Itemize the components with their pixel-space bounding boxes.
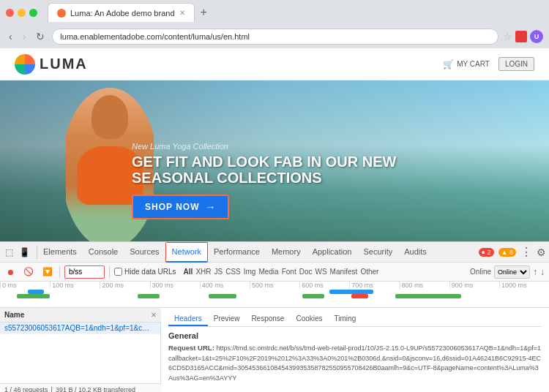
record-button[interactable]: ⏺ [4,267,17,277]
network-list: s55723006053617AQB=1&ndh=1&pf=1&cali... [0,323,161,383]
profile-icon[interactable]: U [530,30,543,43]
cart-label: MY CART [457,60,490,68]
request-details-panel: Headers Preview Response Cookies Timing … [161,308,549,392]
more-options-button[interactable]: ⋮ [520,245,532,259]
request-count: 1 / 46 requests [4,386,48,392]
minimize-dot[interactable] [18,9,26,17]
hide-data-urls-checkbox[interactable] [114,268,122,276]
shop-now-label: SHOP NOW [145,202,199,212]
tab-preview[interactable]: Preview [208,312,246,326]
devtools-filter-bar: ⏺ 🚫 🔽 Hide data URLs All XHR JS CSS Img … [0,263,549,282]
inspect-icon[interactable]: ⬚ [3,246,15,259]
tick-800: 800 ms [400,282,449,289]
settings-icon[interactable]: ⚙ [537,246,546,258]
browser-chrome: Luma: An Adobe demo brand ✕ + ‹ › ↻ ☆ U [0,0,549,48]
login-button[interactable]: LOGIN [498,57,534,71]
title-bar: Luma: An Adobe demo brand ✕ + [0,0,549,25]
window-controls [6,9,37,17]
header-actions: 🛒 MY CART LOGIN [443,57,534,71]
general-section: General Request URL: https://tmd.sc.omtr… [168,331,542,382]
request-url-value: https://tmd.sc.omtrdc.net/b/ss/tmd-web-r… [168,344,541,382]
timeline-bar-5 [302,294,324,298]
timeline-bar-4 [209,294,236,298]
tick-0: 0 ms [0,282,50,289]
tick-400: 400 ms [200,282,250,289]
tick-300: 300 ms [150,282,200,289]
tab-performance[interactable]: Performance [208,242,266,263]
tab-response[interactable]: Response [245,312,290,326]
tab-timing[interactable]: Timing [329,312,362,326]
tab-sources[interactable]: Sources [124,242,165,263]
import-icon[interactable]: ↑ [533,267,537,277]
tab-close-button[interactable]: ✕ [179,9,185,17]
export-icon[interactable]: ↓ [540,267,545,277]
tab-audits[interactable]: Audits [398,242,433,263]
network-search-input[interactable] [64,265,105,279]
request-url-label: Request URL: [168,344,214,352]
devtools-toolbar: ⬚ 📱 Elements Console Sources Network Per… [0,242,549,263]
throttle-select[interactable]: Online [494,265,530,279]
warning-badge: ▲ 8 [498,248,516,257]
tab-application[interactable]: Application [307,242,358,263]
timeline-bar-1 [17,294,50,298]
tab-memory[interactable]: Memory [266,242,307,263]
network-list-wrapper: Name ✕ s55723006053617AQB=1&ndh=1&pf=1&c… [0,308,161,392]
filter-separator [59,266,60,278]
timeline-area: 0 ms 100 ms 200 ms 300 ms 400 ms 500 ms … [0,282,549,308]
device-icon[interactable]: 📱 [17,246,32,259]
general-section-title: General [168,331,542,340]
hero-subtitle: New Luma Yoga Collection [132,142,410,151]
tick-700: 700 ms [349,282,399,289]
details-tabs: Headers Preview Response Cookies Timing [168,312,542,327]
site-header: LUMA 🛒 MY CART LOGIN [0,48,549,80]
address-bar-icons: ☆ U [503,30,543,43]
new-tab-button[interactable]: + [195,3,213,22]
request-url-row: Request URL: https://tmd.sc.omtrdc.net/b… [168,343,542,382]
extension-icon[interactable] [515,31,527,42]
forward-button[interactable]: › [20,29,29,44]
devtools-right-controls: ● 2 ▲ 8 ⋮ ⚙ [479,245,546,259]
error-badge: ● 2 [479,248,494,257]
timeline-bars [0,294,549,304]
address-input[interactable] [52,29,498,45]
devtools-tool-icons: ⬚ 📱 [3,246,37,259]
luma-logo: LUMA [15,54,88,75]
tab-network[interactable]: Network [165,242,208,263]
page-content: LUMA 🛒 MY CART LOGIN New Luma Yoga Colle… [0,48,549,241]
cart-icon: 🛒 [443,59,454,69]
refresh-button[interactable]: ↻ [33,29,48,44]
timeline-bar-7 [351,294,368,298]
name-column-header: Name [4,311,24,319]
filter-separator-2 [109,266,110,278]
tab-cookies[interactable]: Cookies [290,312,328,326]
close-dot[interactable] [6,9,14,17]
data-transferred: 391 B / 10.2 KB transferred [56,386,135,392]
filter-icon[interactable]: 🔽 [40,266,55,277]
tick-100: 100 ms [50,282,100,289]
clear-button[interactable]: 🚫 [21,266,36,277]
active-tab[interactable]: Luma: An Adobe demo brand ✕ [48,3,195,22]
tab-security[interactable]: Security [357,242,398,263]
logo-text: LUMA [40,56,88,72]
request-item-text: s55723006053617AQB=1&ndh=1&pf=1&cali... [4,324,151,332]
maximize-dot[interactable] [29,9,37,17]
hero-content: New Luma Yoga Collection GET FIT AND LOO… [132,142,410,219]
timeline-ruler: 0 ms 100 ms 200 ms 300 ms 400 ms 500 ms … [0,282,549,293]
back-button[interactable]: ‹ [6,29,15,44]
tab-elements[interactable]: Elements [37,242,83,263]
network-panel: Name ✕ s55723006053617AQB=1&ndh=1&pf=1&c… [0,308,549,392]
shop-now-button[interactable]: SHOP NOW → [132,195,229,219]
address-bar: ‹ › ↻ ☆ U [0,25,549,48]
cart-area[interactable]: 🛒 MY CART [443,59,490,69]
hero-title: GET FIT AND LOOK FAB IN OUR NEW SEASONAL… [132,154,410,186]
tick-200: 200 ms [100,282,149,289]
tick-600: 600 ms [299,282,349,289]
bookmark-icon[interactable]: ☆ [503,31,512,42]
tab-headers[interactable]: Headers [168,312,208,326]
close-list-icon[interactable]: ✕ [151,312,157,319]
tab-console[interactable]: Console [83,242,124,263]
timeline-bar-2 [28,290,45,294]
devtools-tabs: Elements Console Sources Network Perform… [37,242,479,263]
hero-banner: New Luma Yoga Collection GET FIT AND LOO… [0,80,549,241]
list-item[interactable]: s55723006053617AQB=1&ndh=1&pf=1&cali... [0,323,160,334]
